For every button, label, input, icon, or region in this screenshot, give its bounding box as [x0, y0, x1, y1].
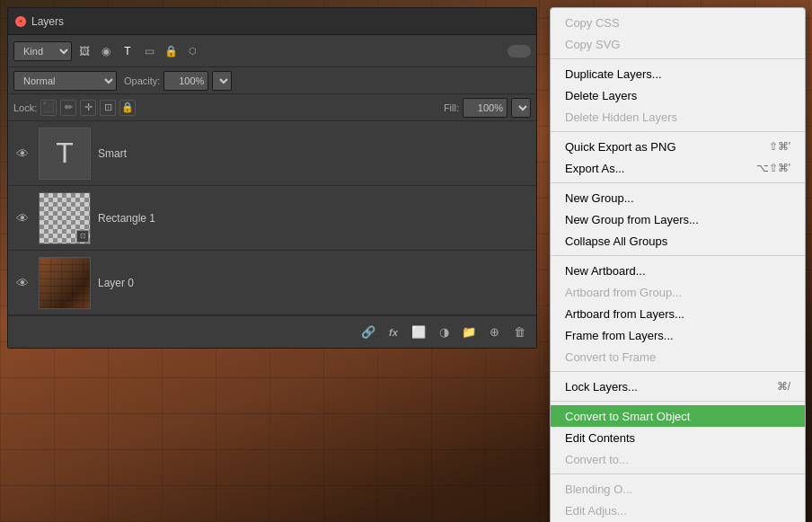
menu-item-label: Delete Hidden Layers	[565, 111, 790, 124]
menu-item-artboard-from-layers[interactable]: Artboard from Layers...	[551, 303, 805, 324]
link-layers-button[interactable]: 🔗	[358, 323, 378, 342]
lock-artboard-icon[interactable]: ⊡	[100, 100, 116, 116]
menu-item-copy-css[interactable]: Copy CSS	[551, 12, 805, 33]
layer-name: Layer 0	[98, 277, 531, 289]
filter-toggle[interactable]	[508, 45, 531, 58]
panel-titlebar: × Layers	[8, 8, 536, 35]
opacity-input[interactable]	[163, 71, 208, 91]
menu-item-label: New Group...	[565, 191, 790, 205]
menu-item-label: Frame from Layers...	[565, 329, 790, 342]
adjustment-filter-icon[interactable]: ◉	[97, 42, 115, 60]
menu-item-delete-layers[interactable]: Delete Layers	[551, 84, 805, 106]
menu-item-label: New Artboard...	[565, 264, 790, 278]
menu-item-label: Convert to Frame	[565, 350, 790, 364]
menu-separator	[551, 255, 805, 256]
menu-item-label: Edit Contents	[565, 431, 790, 445]
menu-item-label: Blending O...	[565, 482, 790, 496]
fill-dropdown[interactable]: ▾	[511, 98, 531, 118]
menu-item-label: Lock Layers...	[565, 380, 777, 394]
menu-item-delete-hidden-layers[interactable]: Delete Hidden Layers	[551, 106, 805, 128]
menu-separator	[551, 401, 805, 402]
new-layer-button[interactable]: ⊕	[484, 323, 504, 342]
lock-all-icon[interactable]: 🔒	[119, 100, 136, 116]
close-button[interactable]: ×	[15, 16, 26, 27]
menu-item-shortcut: ⌘/	[777, 380, 790, 393]
menu-item-new-group[interactable]: New Group...	[551, 187, 805, 208]
menu-item-label: Artboard from Layers...	[565, 307, 790, 321]
menu-item-convert-to-smart-object[interactable]: Convert to Smart Object	[551, 405, 805, 427]
menu-item-quick-export[interactable]: Quick Export as PNG ⇧⌘'	[551, 136, 805, 157]
opacity-label: Opacity:	[124, 75, 160, 86]
menu-item-label: Quick Export as PNG	[565, 140, 769, 154]
lock-row: Lock: ⬛ ✏ ✛ ⊡ 🔒 Fill: ▾	[8, 94, 536, 121]
menu-item-artboard-from-group[interactable]: Artboard from Group...	[551, 281, 805, 303]
menu-item-label: Edit Adjus...	[565, 504, 790, 518]
menu-item-duplicate-layers[interactable]: Duplicate Layers...	[551, 63, 805, 84]
menu-item-label: Collapse All Groups	[565, 234, 790, 248]
layer-thumbnail: T	[39, 128, 91, 180]
layer-item[interactable]: 👁 T Smart	[8, 121, 536, 186]
kind-select[interactable]: Kind	[13, 41, 72, 61]
adjustment-button[interactable]: ◑	[434, 323, 454, 342]
menu-item-label: Artboard from Group...	[565, 286, 790, 299]
menu-separator	[551, 58, 805, 59]
new-group-button[interactable]: 📁	[459, 323, 479, 342]
fx-button[interactable]: fx	[384, 323, 403, 342]
lock-position-icon[interactable]: ✛	[80, 100, 96, 116]
layers-panel: × Layers Kind 🖼 ◉ T ▭ 🔒 ⬡ Normal Opacity…	[7, 7, 537, 349]
menu-item-export-as[interactable]: Export As... ⌥⇧⌘'	[551, 157, 805, 179]
menu-item-label: Copy SVG	[565, 38, 790, 51]
delete-layer-button[interactable]: 🗑	[509, 323, 529, 342]
blend-mode-row: Normal Opacity: ▾	[8, 67, 536, 94]
blend-mode-select[interactable]: Normal	[13, 71, 117, 91]
fill-input[interactable]	[463, 98, 508, 118]
shape-filter-icon[interactable]: ▭	[140, 42, 158, 60]
layer-thumbnail	[39, 257, 91, 309]
menu-item-edit-adjustments[interactable]: Edit Adjus...	[551, 500, 805, 521]
menu-item-collapse-all-groups[interactable]: Collapse All Groups	[551, 230, 805, 252]
menu-item-blending-options[interactable]: Blending O...	[551, 478, 805, 500]
menu-item-new-artboard[interactable]: New Artboard...	[551, 260, 805, 281]
menu-item-label: Duplicate Layers...	[565, 67, 790, 81]
image-filter-icon[interactable]: 🖼	[75, 42, 93, 60]
layer-name: Rectangle 1	[98, 212, 531, 225]
lock-paint-icon[interactable]: ✏	[60, 100, 76, 116]
menu-item-frame-from-layers[interactable]: Frame from Layers...	[551, 324, 805, 346]
menu-item-label: New Group from Layers...	[565, 213, 790, 226]
layer-thumb-wrapper: ⊡	[39, 192, 91, 244]
menu-item-shortcut: ⇧⌘'	[769, 140, 790, 153]
menu-separator	[551, 182, 805, 183]
opacity-dropdown[interactable]: ▾	[212, 71, 232, 91]
lock-label: Lock:	[13, 102, 37, 113]
visibility-toggle[interactable]: 👁	[13, 145, 31, 163]
menu-item-label: Delete Layers	[565, 89, 790, 102]
add-mask-button[interactable]: ⬜	[409, 323, 428, 342]
menu-item-label: Convert to Smart Object	[565, 410, 790, 423]
context-menu: Copy CSS Copy SVG Duplicate Layers... De…	[550, 7, 806, 522]
menu-item-label: Convert to...	[565, 453, 790, 466]
layers-list: 👁 T Smart 👁 ⊡ Rectangle 1 👁 Layer 0	[8, 121, 536, 315]
menu-item-lock-layers[interactable]: Lock Layers... ⌘/	[551, 376, 805, 397]
lock-pixels-icon[interactable]: ⬛	[40, 100, 57, 116]
menu-item-convert-to-frame[interactable]: Convert to Frame	[551, 346, 805, 367]
menu-separator	[551, 371, 805, 372]
menu-item-new-group-from-layers[interactable]: New Group from Layers...	[551, 208, 805, 230]
menu-item-convert-to[interactable]: Convert to...	[551, 448, 805, 470]
type-filter-icon[interactable]: T	[119, 42, 137, 60]
menu-item-copy-svg[interactable]: Copy SVG	[551, 33, 805, 55]
layer-item[interactable]: 👁 Layer 0	[8, 251, 536, 315]
menu-item-label: Copy CSS	[565, 16, 790, 30]
menu-item-edit-contents[interactable]: Edit Contents	[551, 427, 805, 448]
effect-filter-icon[interactable]: ⬡	[183, 42, 201, 60]
layers-toolbar: 🔗 fx ⬜ ◑ 📁 ⊕ 🗑	[8, 315, 536, 348]
fill-label: Fill:	[444, 102, 459, 113]
menu-separator	[551, 473, 805, 474]
layer-item[interactable]: 👁 ⊡ Rectangle 1	[8, 186, 536, 251]
visibility-toggle[interactable]: 👁	[13, 274, 31, 292]
panel-title: Layers	[31, 15, 64, 28]
layer-name: Smart	[98, 147, 531, 160]
visibility-toggle[interactable]: 👁	[13, 209, 31, 227]
smart-filter-icon[interactable]: 🔒	[162, 42, 180, 60]
smart-object-badge: ⊡	[76, 230, 89, 243]
menu-item-shortcut: ⌥⇧⌘'	[756, 162, 790, 174]
